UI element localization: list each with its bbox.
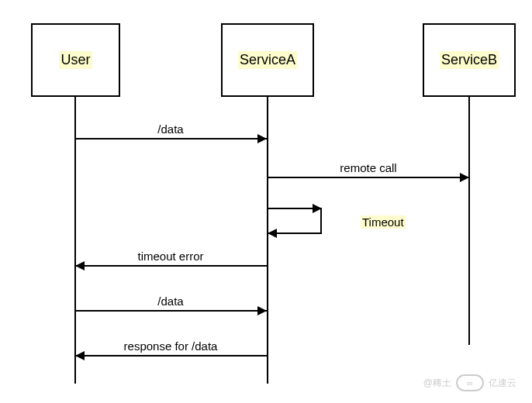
message-timeout-label: Timeout — [361, 215, 406, 229]
message-data2-label: /data — [157, 294, 183, 308]
lifeline-user — [74, 97, 76, 384]
sequence-diagram: User ServiceA ServiceB /data remote call… — [0, 0, 532, 403]
message-timeout-arrow-bottom — [268, 229, 277, 238]
participant-servicea-label: ServiceA — [238, 51, 297, 69]
participant-user: User — [31, 23, 120, 97]
watermark-cloud-icon: ∞ — [456, 374, 484, 391]
watermark-brand: 亿速云 — [489, 377, 516, 390]
participant-serviceb-label: ServiceB — [440, 51, 499, 69]
watermark: @稀土 ∞ 亿速云 — [423, 374, 516, 391]
lifeline-servicea — [267, 97, 268, 384]
message-remotecall-arrow — [460, 173, 469, 182]
message-remotecall-label: remote call — [340, 161, 396, 174]
message-response-line — [75, 355, 267, 356]
message-timeout-arrow-top — [313, 204, 322, 213]
participant-servicea: ServiceA — [221, 23, 314, 97]
message-data1-arrow — [257, 134, 267, 143]
message-timeouterror-arrow — [75, 261, 85, 270]
message-data1-line — [75, 138, 267, 140]
message-response-arrow — [75, 351, 85, 360]
message-response-label: response for /data — [124, 339, 218, 353]
message-data1-label: /data — [157, 122, 183, 136]
message-data2-arrow — [257, 306, 267, 315]
message-remotecall-line — [268, 177, 468, 178]
message-timeouterror-line — [75, 265, 267, 267]
lifeline-serviceb — [468, 97, 470, 345]
message-timeouterror-label: timeout error — [137, 250, 203, 263]
participant-user-label: User — [59, 51, 92, 69]
watermark-left: @稀土 — [423, 377, 451, 390]
message-data2-line — [75, 310, 267, 312]
participant-serviceb: ServiceB — [423, 23, 516, 97]
